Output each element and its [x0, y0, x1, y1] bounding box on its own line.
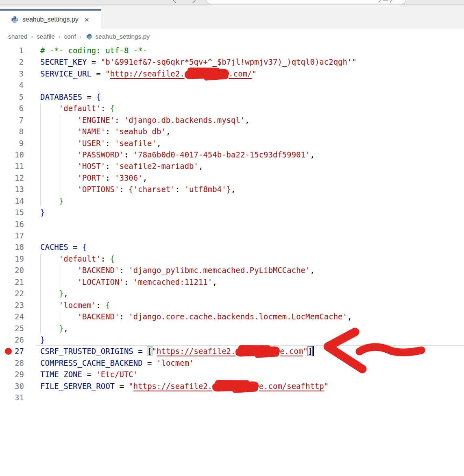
breakpoint-gutter[interactable]: [0, 345, 15, 357]
line-number[interactable]: 24: [15, 311, 24, 322]
breakpoint-gutter[interactable]: [0, 207, 15, 218]
code-editor[interactable]: 1# -*- coding: utf-8 -*-2SECRET_KEY = "b…: [0, 45, 464, 404]
line-number[interactable]: 31: [15, 392, 24, 403]
line-number[interactable]: 7: [15, 114, 24, 126]
breakpoint-gutter[interactable]: [0, 380, 15, 392]
code-token: ": [303, 347, 307, 356]
breakpoint-gutter[interactable]: [0, 323, 15, 334]
breakpoint-gutter[interactable]: [0, 392, 15, 403]
line-number[interactable]: 22: [15, 288, 24, 299]
breakpoint-gutter[interactable]: [0, 369, 15, 380]
line-number[interactable]: 4: [15, 79, 24, 91]
line-number[interactable]: 17: [15, 230, 24, 241]
breakpoint-gutter[interactable]: [0, 79, 15, 91]
code-token: 'USER': [40, 139, 105, 148]
breakpoint-gutter[interactable]: [0, 160, 15, 172]
breakpoint-dot[interactable]: [5, 348, 12, 355]
breakpoint-gutter[interactable]: [0, 253, 15, 264]
code-content: 'BACKEND': 'django.core.cache.backends.l…: [40, 311, 352, 322]
code-content: 'PORT': '3306',: [40, 172, 147, 183]
breakpoint-gutter[interactable]: [0, 241, 15, 253]
code-token: ,: [347, 312, 352, 321]
code-token: '78a6b0d0-4017-454b-ba22-15c93df59901': [133, 150, 310, 159]
line-number[interactable]: 23: [15, 299, 24, 311]
line-number[interactable]: 3: [15, 68, 24, 79]
breakpoint-gutter[interactable]: [0, 299, 15, 311]
line-number[interactable]: 29: [15, 369, 24, 380]
breakpoint-gutter[interactable]: [0, 195, 15, 207]
code-line: 30FILE_SERVER_ROOT = "https://seafile2.e…: [0, 380, 464, 392]
line-number[interactable]: 30: [15, 380, 24, 392]
breadcrumb: shared › seafile › conf › seahub_setting…: [0, 28, 464, 45]
line-number[interactable]: 25: [15, 323, 24, 334]
breakpoint-gutter[interactable]: [0, 138, 15, 149]
breakpoint-gutter[interactable]: [0, 68, 15, 79]
breakpoint-gutter[interactable]: [0, 56, 15, 68]
back-icon[interactable]: [172, 0, 178, 4]
code-token: SECRET_KEY: [40, 57, 87, 66]
command-center-search-box[interactable]: [206, 0, 406, 4]
breakpoint-gutter[interactable]: [0, 149, 15, 160]
code-token: 'default': [40, 254, 101, 263]
code-token: 'utf8mb4': [185, 185, 227, 194]
code-content: 'default': {: [40, 253, 115, 264]
breakpoint-gutter[interactable]: [0, 334, 15, 345]
breakpoint-gutter[interactable]: [0, 288, 15, 299]
breakpoint-gutter[interactable]: [0, 311, 15, 322]
breadcrumb-item-seafile[interactable]: seafile: [37, 33, 55, 40]
line-number[interactable]: 9: [15, 138, 24, 149]
line-number[interactable]: 18: [15, 241, 24, 253]
code-token: ,: [310, 266, 314, 275]
forward-icon[interactable]: [190, 0, 197, 4]
code-content: 'NAME': 'seahub_db',: [40, 126, 170, 137]
code-content: 'HOST': 'seafile2-mariadb',: [40, 160, 203, 172]
code-token: DATABASES: [40, 92, 82, 101]
breakpoint-gutter[interactable]: [0, 276, 15, 288]
line-number[interactable]: 19: [15, 253, 24, 264]
code-token: ,: [310, 150, 314, 159]
code-line: 16: [0, 218, 464, 230]
line-number[interactable]: 6: [15, 103, 24, 114]
line-number[interactable]: 13: [15, 183, 24, 195]
breakpoint-gutter[interactable]: [0, 183, 15, 195]
line-number[interactable]: 16: [15, 218, 24, 230]
line-number[interactable]: 21: [15, 276, 24, 288]
breadcrumb-item-conf[interactable]: conf: [64, 33, 76, 40]
line-number[interactable]: 10: [15, 149, 24, 160]
code-content: 'OPTIONS': {'charset': 'utf8mb4'},: [40, 183, 236, 195]
line-number[interactable]: 14: [15, 195, 24, 207]
line-number[interactable]: 2: [15, 56, 24, 68]
line-number[interactable]: 27: [15, 345, 24, 357]
breakpoint-gutter[interactable]: [0, 230, 15, 241]
layout-icon[interactable]: [378, 0, 394, 4]
code-token: e.com/seafhttp: [259, 382, 324, 391]
line-number[interactable]: 5: [15, 91, 24, 103]
line-number[interactable]: 11: [15, 160, 24, 172]
breadcrumb-item-file[interactable]: seahub_settings.py: [96, 33, 150, 40]
line-number[interactable]: 12: [15, 172, 24, 183]
tab-seahub-settings[interactable]: seahub_settings.py ✕: [0, 9, 101, 28]
breadcrumb-item-shared[interactable]: shared: [8, 33, 27, 40]
line-number[interactable]: 1: [15, 45, 24, 56]
line-number[interactable]: 26: [15, 334, 24, 345]
breakpoint-gutter[interactable]: [0, 103, 15, 114]
breakpoint-gutter[interactable]: [0, 126, 15, 137]
code-token: :: [105, 173, 115, 182]
code-content: COMPRESS_CACHE_BACKEND = 'locmem': [40, 357, 194, 369]
breakpoint-gutter[interactable]: [0, 264, 15, 276]
tab-close-icon[interactable]: ✕: [84, 17, 89, 23]
line-number[interactable]: 20: [15, 264, 24, 276]
breakpoint-gutter[interactable]: [0, 172, 15, 183]
breakpoint-gutter[interactable]: [0, 91, 15, 103]
breakpoint-gutter[interactable]: [0, 114, 15, 126]
line-number[interactable]: 15: [15, 207, 24, 218]
code-token: http://seafile2.: [110, 69, 185, 78]
breadcrumb-separator: ›: [59, 33, 61, 40]
line-number[interactable]: 28: [15, 357, 24, 369]
code-token: FILE_SERVER_ROOT: [40, 382, 115, 391]
breakpoint-gutter[interactable]: [0, 45, 15, 56]
breakpoint-gutter[interactable]: [0, 357, 15, 369]
editor-lines: 1# -*- coding: utf-8 -*-2SECRET_KEY = "b…: [0, 45, 464, 404]
line-number[interactable]: 8: [15, 126, 24, 137]
breakpoint-gutter[interactable]: [0, 218, 15, 230]
